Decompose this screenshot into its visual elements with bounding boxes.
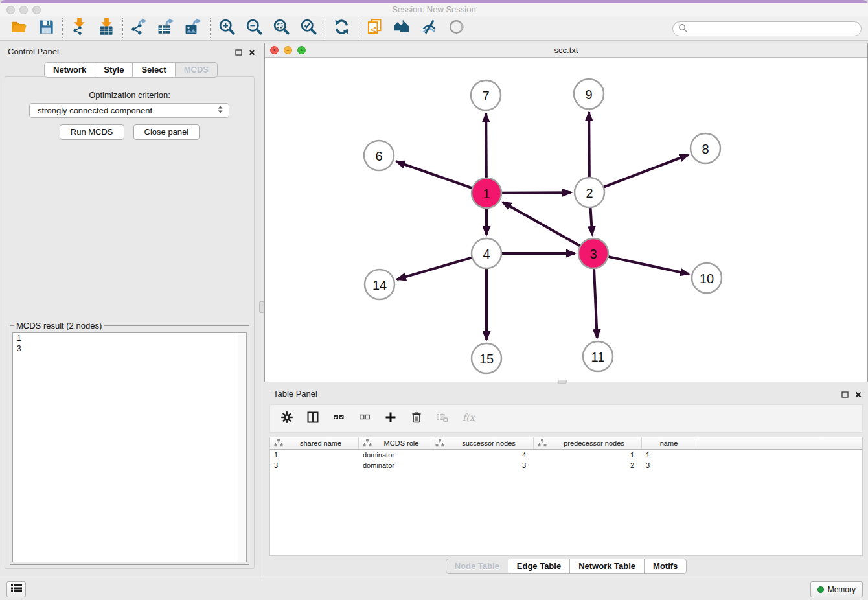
toolbar-separator: [325, 18, 325, 38]
graph-node-15[interactable]: 15: [472, 343, 501, 373]
import-table-button[interactable]: [93, 17, 120, 38]
settings-gear-icon: [280, 411, 294, 426]
edge-4-14[interactable]: [397, 257, 472, 279]
graph-node-2[interactable]: 2: [575, 178, 604, 207]
zoom-in-button[interactable]: [213, 17, 240, 38]
network-minimize-button[interactable]: −: [284, 46, 292, 54]
criterion-select[interactable]: strongly connected component: [29, 103, 229, 118]
memory-button[interactable]: Memory: [810, 581, 863, 597]
export-image-button[interactable]: [180, 17, 207, 38]
tab-node-table[interactable]: Node Table: [446, 559, 508, 574]
table-cell: 1: [642, 451, 696, 459]
show-panels-button[interactable]: [6, 581, 26, 597]
graph-node-11[interactable]: 11: [583, 341, 613, 371]
network-close-button[interactable]: ✕: [270, 46, 279, 54]
edge-3-11[interactable]: [594, 268, 597, 338]
close-table-panel-icon[interactable]: [855, 389, 862, 400]
edge-3-1[interactable]: [502, 202, 580, 246]
mcds-result-item[interactable]: 3: [13, 343, 246, 354]
show-columns-button[interactable]: [305, 411, 321, 426]
save-session-button[interactable]: [32, 17, 60, 38]
show-all-button[interactable]: [442, 17, 470, 38]
close-panel-button[interactable]: Close panel: [133, 124, 200, 140]
zoom-selected-icon: [300, 18, 317, 38]
hide-selected-button[interactable]: [415, 17, 442, 38]
result-scrollbar[interactable]: [238, 333, 246, 562]
search-input[interactable]: [687, 25, 856, 34]
edge-2-3[interactable]: [590, 207, 592, 235]
column-header-predecessor-nodes[interactable]: predecessor nodes: [534, 437, 642, 449]
search-icon: [678, 23, 687, 35]
network-window-titlebar[interactable]: ✕ − + scc.txt: [265, 43, 867, 58]
toolbar-buttons: [0, 16, 470, 40]
edge-1-6[interactable]: [396, 161, 472, 188]
add-column-button[interactable]: [383, 411, 398, 426]
node-label: 6: [375, 149, 382, 163]
select-all-columns-button[interactable]: [331, 411, 347, 426]
zoom-fit-icon: [273, 18, 290, 38]
column-header-shared-name[interactable]: shared name: [270, 437, 359, 449]
settings-gear-button[interactable]: [279, 411, 295, 426]
node-table[interactable]: shared nameMCDS rolesuccessor nodesprede…: [269, 437, 863, 556]
tab-motifs[interactable]: Motifs: [645, 559, 687, 574]
column-header-MCDS-role[interactable]: MCDS role: [359, 437, 431, 449]
refresh-layout-icon: [333, 18, 350, 38]
float-table-panel-icon[interactable]: [841, 389, 849, 400]
graph-node-10[interactable]: 10: [692, 263, 722, 293]
edge-1-7[interactable]: [486, 113, 486, 178]
zoom-out-button[interactable]: [240, 17, 268, 38]
edge-1-2[interactable]: [501, 192, 571, 193]
duplicate-network-button[interactable]: [361, 17, 388, 38]
edge-2-8[interactable]: [604, 155, 689, 187]
graph-node-3[interactable]: 3: [578, 238, 608, 268]
import-table-icon: [98, 18, 115, 38]
table-cell: 3: [642, 461, 696, 469]
table-panel-header: Table Panel: [264, 384, 868, 402]
delete-column-button[interactable]: [409, 411, 424, 426]
open-session-button[interactable]: [5, 17, 32, 38]
edge-3-10[interactable]: [608, 257, 689, 274]
graph-node-4[interactable]: 4: [472, 238, 501, 268]
zoom-fit-button[interactable]: [268, 17, 295, 38]
column-header-name[interactable]: name: [642, 437, 696, 449]
graph-node-7[interactable]: 7: [471, 80, 501, 110]
unselect-all-columns-button[interactable]: [357, 411, 372, 426]
tab-network[interactable]: Network: [44, 62, 95, 78]
network-canvas-svg: 7968124314101511: [265, 58, 867, 382]
zoom-selected-button[interactable]: [295, 17, 322, 38]
tab-edge-table[interactable]: Edge Table: [508, 559, 570, 574]
graph-node-8[interactable]: 8: [691, 133, 720, 163]
graph-node-6[interactable]: 6: [364, 141, 394, 170]
close-panel-icon[interactable]: [249, 47, 255, 58]
column-header-successor-nodes[interactable]: successor nodes: [431, 437, 534, 449]
table-row[interactable]: 3dominator323: [270, 460, 862, 470]
export-table-icon: [158, 18, 176, 38]
tab-network-table[interactable]: Network Table: [570, 559, 645, 574]
network-maximize-button[interactable]: +: [297, 46, 306, 54]
network-canvas[interactable]: 7968124314101511: [265, 58, 867, 382]
toolbar-separator: [122, 18, 123, 38]
panel-splitter-grip[interactable]: [259, 301, 264, 313]
tab-style[interactable]: Style: [95, 62, 133, 78]
table-row[interactable]: 1dominator411: [270, 450, 862, 460]
mcds-panel: Optimization criterion: strongly connect…: [5, 76, 255, 569]
run-mcds-button[interactable]: Run MCDS: [60, 124, 124, 140]
import-network-button[interactable]: [65, 17, 93, 38]
tab-select[interactable]: Select: [133, 62, 175, 78]
search-box[interactable]: [672, 21, 862, 36]
table-cell: 3: [431, 461, 534, 469]
edge-2-9[interactable]: [589, 112, 589, 178]
graph-node-9[interactable]: 9: [574, 79, 604, 109]
float-panel-icon[interactable]: [235, 47, 242, 58]
refresh-layout-button[interactable]: [328, 17, 355, 38]
tab-mcds[interactable]: MCDS: [176, 62, 218, 78]
export-network-button[interactable]: [126, 17, 153, 38]
mcds-result-list[interactable]: 13: [12, 332, 247, 562]
mcds-result-item[interactable]: 1: [13, 333, 246, 343]
home-button[interactable]: [388, 17, 415, 38]
graph-node-1[interactable]: 1: [472, 178, 501, 208]
graph-node-14[interactable]: 14: [365, 270, 394, 299]
export-table-button[interactable]: [153, 17, 180, 38]
show-columns-icon: [306, 411, 320, 426]
criterion-value: strongly connected component: [38, 106, 152, 115]
